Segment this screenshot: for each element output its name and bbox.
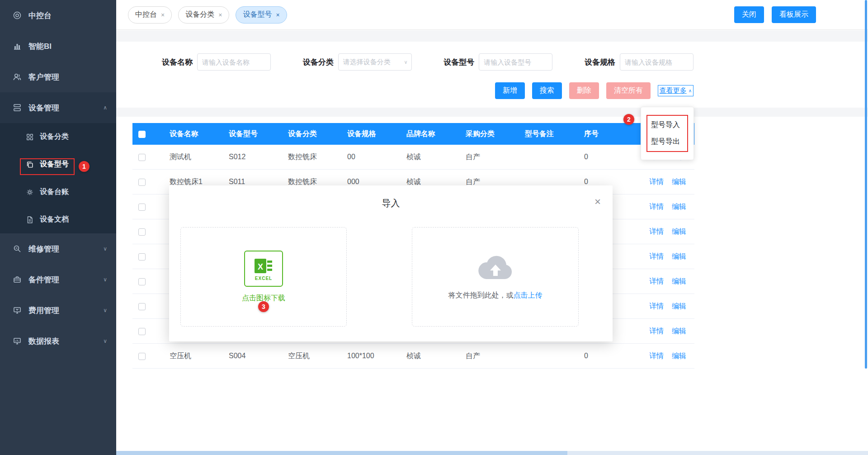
detail-link[interactable]: 详情 xyxy=(649,327,664,336)
excel-label: EXCEL xyxy=(255,276,272,281)
edit-link[interactable]: 编辑 xyxy=(672,351,686,361)
row-checkbox[interactable] xyxy=(138,253,146,261)
excel-icon[interactable]: X EXCEL xyxy=(244,251,283,287)
row-checkbox[interactable] xyxy=(138,154,146,161)
edit-link[interactable]: 编辑 xyxy=(672,302,686,311)
table-cell: 00 xyxy=(338,153,397,161)
select-placeholder: 请选择设备分类 xyxy=(343,58,391,66)
detail-link[interactable]: 详情 xyxy=(649,351,664,361)
column-header: 设备型号 xyxy=(220,129,279,139)
upload-link[interactable]: 点击上传 xyxy=(514,291,542,299)
search-button[interactable]: 搜索 xyxy=(532,82,562,99)
sidebar-item-fees[interactable]: 费用管理 ∨ xyxy=(0,295,116,326)
detail-link[interactable]: 详情 xyxy=(649,177,664,187)
filter-label: 设备规格 xyxy=(585,57,615,67)
filter-row: 设备名称 设备分类 请选择设备分类 ∨ 设备型号 设备规格 xyxy=(128,42,699,71)
annotation-step-1: 1 xyxy=(79,161,90,172)
report-monitor-icon xyxy=(13,337,22,346)
row-checkbox[interactable] xyxy=(138,204,146,211)
row-checkbox[interactable] xyxy=(138,179,146,186)
row-checkbox[interactable] xyxy=(138,328,146,335)
sidebar-item-device-docs[interactable]: 设备文档 xyxy=(0,206,116,233)
view-more-link[interactable]: 查看更多 ∧ xyxy=(658,85,693,96)
sidebar-item-console[interactable]: 中控台 xyxy=(0,0,116,31)
edit-link[interactable]: 编辑 xyxy=(672,202,686,212)
row-checkbox[interactable] xyxy=(138,278,146,285)
row-checkbox[interactable] xyxy=(138,228,146,236)
sidebar-item-reports[interactable]: 数据报表 ∨ xyxy=(0,326,116,356)
chevron-up-icon: ∧ xyxy=(689,88,692,93)
view-more-label: 查看更多 xyxy=(660,86,687,95)
table-cell: 自产 xyxy=(457,152,516,162)
cloud-upload-icon xyxy=(476,254,515,284)
filter-label: 设备分类 xyxy=(303,57,334,67)
tab-label: 设备分类 xyxy=(185,10,214,19)
device-spec-input[interactable] xyxy=(620,53,693,71)
detail-link[interactable]: 详情 xyxy=(649,277,664,286)
sidebar-item-repair[interactable]: 维修管理 ∨ xyxy=(0,233,116,264)
row-checkbox[interactable] xyxy=(138,353,146,360)
close-icon[interactable]: × xyxy=(161,11,165,19)
edit-link[interactable]: 编辑 xyxy=(672,227,686,237)
device-model-input[interactable] xyxy=(479,53,552,71)
device-name-input[interactable] xyxy=(197,53,271,71)
sidebar-item-bi[interactable]: 智能BI xyxy=(0,31,116,62)
menu-item-model-export[interactable]: 型号导出 xyxy=(651,133,684,150)
close-icon[interactable]: × xyxy=(594,195,601,208)
tab-label: 中控台 xyxy=(135,10,157,19)
detail-link[interactable]: 详情 xyxy=(649,252,664,261)
annotation-step-3: 3 xyxy=(258,301,269,312)
sidebar-item-device-ledger[interactable]: 设备台账 xyxy=(0,178,116,206)
edit-link[interactable]: 编辑 xyxy=(672,177,686,187)
grid-icon xyxy=(26,133,34,141)
filter-label: 设备型号 xyxy=(443,57,474,67)
edit-link[interactable]: 编辑 xyxy=(672,327,686,336)
close-icon[interactable]: × xyxy=(218,11,222,19)
tab-device-model[interactable]: 设备型号 × xyxy=(236,6,287,24)
edit-link[interactable]: 编辑 xyxy=(672,277,686,286)
sidebar-item-devices[interactable]: 设备管理 ∧ xyxy=(0,92,116,123)
horizontal-scrollbar[interactable] xyxy=(116,451,868,455)
detail-link[interactable]: 详情 xyxy=(649,302,664,311)
table-cell: 数控铣床 xyxy=(279,152,338,162)
close-icon[interactable]: × xyxy=(276,11,279,19)
scrollbar-thumb[interactable] xyxy=(116,451,567,455)
tab-console[interactable]: 中控台 × xyxy=(128,6,172,24)
row-checkbox[interactable] xyxy=(138,303,146,310)
sidebar-item-label: 维修管理 xyxy=(28,244,59,254)
detail-link[interactable]: 详情 xyxy=(649,202,664,212)
menu-item-model-import[interactable]: 型号导入 xyxy=(651,117,684,133)
device-category-select[interactable]: 请选择设备分类 ∨ xyxy=(338,53,412,71)
select-all-checkbox[interactable] xyxy=(138,131,146,138)
vertical-scrollbar[interactable] xyxy=(865,0,867,369)
board-display-button[interactable]: 看板展示 xyxy=(772,6,816,23)
table-cell: 自产 xyxy=(457,351,516,361)
filter-device-model: 设备型号 xyxy=(443,53,552,71)
sidebar-item-device-category[interactable]: 设备分类 xyxy=(0,123,116,151)
filter-device-category: 设备分类 请选择设备分类 ∨ xyxy=(303,53,412,71)
column-header: 序号 xyxy=(575,129,625,139)
tab-device-category[interactable]: 设备分类 × xyxy=(178,6,229,24)
sidebar-item-label: 设备型号 xyxy=(40,160,69,169)
sidebar-item-spares[interactable]: 备件管理 ∨ xyxy=(0,264,116,295)
upload-drop-area[interactable]: 将文件拖到此处，或点击上传 xyxy=(412,227,579,327)
sidebar-item-label: 设备分类 xyxy=(40,132,69,142)
delete-button[interactable]: 删除 xyxy=(569,82,599,99)
close-page-button[interactable]: 关闭 xyxy=(734,6,764,23)
action-buttons-row: 新增 搜索 删除 清空所有 查看更多 ∧ xyxy=(128,82,699,99)
detail-link[interactable]: 详情 xyxy=(649,227,664,237)
clear-all-button[interactable]: 清空所有 xyxy=(606,82,651,99)
chevron-up-icon: ∧ xyxy=(103,104,107,111)
table-cell: 0 xyxy=(575,352,625,360)
sidebar-item-customers[interactable]: 客户管理 xyxy=(0,62,116,92)
sidebar-item-device-model[interactable]: 设备型号 xyxy=(0,151,116,178)
filter-panel: 设备名称 设备分类 请选择设备分类 ∨ 设备型号 设备规格 新增 搜索 xyxy=(128,42,699,108)
sidebar-item-label: 设备管理 xyxy=(28,103,59,113)
drop-hint: 将文件拖到此处，或点击上传 xyxy=(448,291,542,300)
add-button[interactable]: 新增 xyxy=(495,82,525,99)
table-cell: 0 xyxy=(575,178,625,186)
sidebar: 中控台 智能BI 客户管理 设备管理 ∧ 设备分类 设备型号 设备台账 设备文档 xyxy=(0,0,116,455)
table-cell: 100*100 xyxy=(338,352,397,360)
edit-link[interactable]: 编辑 xyxy=(672,252,686,261)
chevron-down-icon: ∨ xyxy=(103,307,107,313)
